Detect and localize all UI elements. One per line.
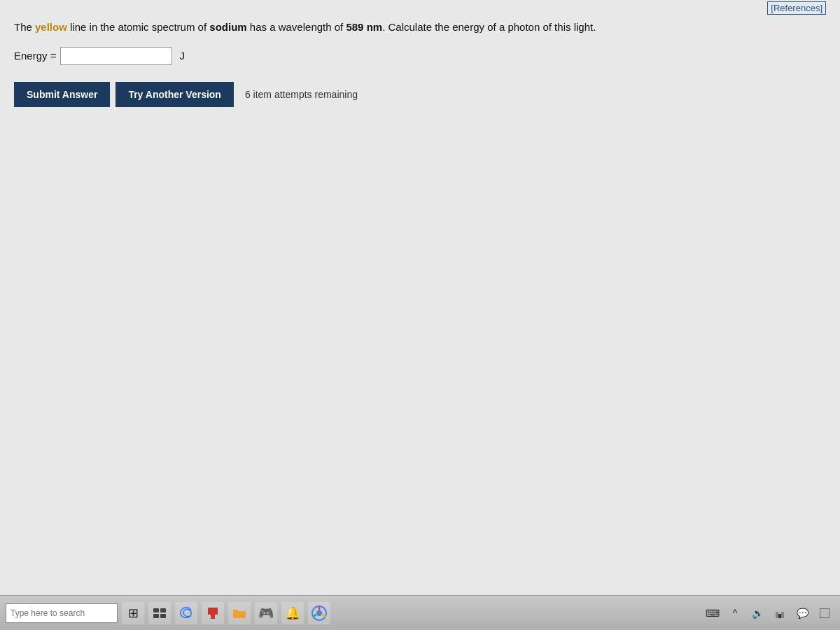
question-text-before: The [14, 21, 35, 33]
question-text-mid1: line in the atomic spectrum of [67, 21, 209, 33]
question-bold-word: sodium [209, 21, 246, 33]
energy-input[interactable] [60, 47, 172, 65]
references-label: [References] [771, 3, 822, 13]
question-wavelength-unit: nm [367, 21, 383, 33]
question-yellow-word: yellow [35, 21, 67, 33]
svg-rect-13 [781, 612, 784, 618]
taskbar-pin1-icon[interactable] [202, 602, 224, 624]
svg-rect-2 [153, 614, 159, 618]
taskbar-chevron-icon[interactable]: ^ [725, 603, 745, 623]
energy-row: Energy = J [14, 47, 826, 65]
attempts-text: 6 item attempts remaining [245, 89, 358, 100]
question-text: The yellow line in the atomic spectrum o… [14, 20, 826, 36]
taskbar-show-desktop-icon[interactable] [815, 603, 834, 623]
question-wavelength: 589 [346, 21, 363, 33]
taskbar-search-input[interactable] [6, 603, 118, 623]
taskbar-game-icon[interactable]: 🎮 [255, 602, 277, 624]
taskbar-network-icon[interactable] [770, 603, 790, 623]
svg-rect-3 [160, 614, 166, 618]
taskbar-speaker-icon[interactable]: 🔊 [748, 603, 767, 623]
taskbar-bell-icon[interactable]: 🔔 [281, 602, 304, 624]
taskbar-chrome-icon[interactable] [308, 602, 330, 624]
taskbar-start-icon[interactable]: ⊞ [122, 602, 144, 624]
taskbar: ⊞ 🎮 🔔 ⌨ ^ [0, 595, 840, 630]
energy-label: Energy = [14, 50, 56, 62]
taskbar-right: ⌨ ^ 🔊 💬 [703, 603, 834, 623]
try-another-button[interactable]: Try Another Version [115, 82, 234, 107]
svg-rect-11 [778, 614, 781, 618]
taskbar-notifications-icon[interactable]: 💬 [792, 603, 812, 623]
taskbar-folder-icon[interactable] [228, 602, 251, 624]
taskbar-task-view-icon[interactable] [148, 602, 171, 624]
svg-line-9 [322, 615, 326, 617]
question-text-mid2: has a wavelength of [247, 21, 346, 33]
main-content: [References] The yellow line in the atom… [0, 0, 840, 595]
svg-rect-14 [820, 608, 830, 618]
svg-rect-4 [208, 608, 218, 615]
question-text-end: . Calculate the energy of a photon of th… [382, 21, 596, 33]
svg-rect-1 [160, 608, 166, 612]
svg-point-7 [316, 610, 322, 616]
svg-line-10 [313, 615, 316, 617]
taskbar-keyboard-icon[interactable]: ⌨ [703, 603, 722, 623]
button-row: Submit Answer Try Another Version 6 item… [14, 82, 826, 107]
svg-rect-5 [211, 615, 215, 619]
svg-rect-0 [153, 608, 159, 612]
energy-unit: J [179, 50, 185, 62]
references-link[interactable]: [References] [767, 1, 826, 15]
taskbar-edge-icon[interactable] [175, 602, 197, 624]
submit-button[interactable]: Submit Answer [14, 82, 110, 107]
svg-rect-12 [776, 612, 778, 618]
